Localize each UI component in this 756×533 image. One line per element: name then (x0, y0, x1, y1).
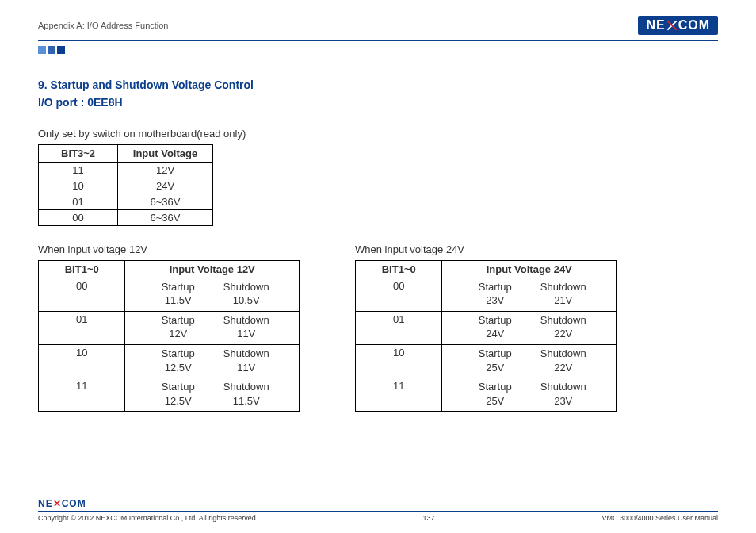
table-row: 10 StartupShutdown 12.5V11V (39, 344, 300, 378)
t1-head-bit: BIT3~2 (39, 144, 118, 162)
table-row: 00 StartupShutdown 11.5V10.5V (39, 278, 300, 311)
section-title-line2: I/O port : 0EE8H (38, 94, 718, 111)
table-12v: BIT1~0 Input Voltage 12V 00 StartupShutd… (38, 260, 300, 412)
t12-head-bit: BIT1~0 (39, 260, 125, 278)
logo-x-icon (666, 20, 678, 31)
caption-24v: When input voltage 24V (355, 243, 617, 255)
t12-head-voltage: Input Voltage 12V (125, 260, 300, 278)
manual-name: VMC 3000/4000 Series User Manual (601, 514, 718, 522)
brand-logo: NECOM (638, 16, 718, 35)
table-row: 016~36V (39, 194, 213, 209)
page-number: 137 (423, 514, 435, 522)
page-content: 9. Startup and Shutdown Voltage Control … (38, 76, 718, 412)
footer-rule (38, 511, 718, 512)
appendix-title: Appendix A: I/O Address Function (38, 21, 168, 30)
table-row: 01 StartupShutdown 12V11V (39, 311, 300, 344)
table-row: 01 StartupShutdown 24V22V (356, 311, 617, 344)
t24-head-voltage: Input Voltage 24V (442, 260, 617, 278)
readonly-note: Only set by switch on motherboard(read o… (38, 128, 718, 140)
table-row: 00 StartupShutdown 23V21V (356, 278, 617, 311)
column-12v: When input voltage 12V BIT1~0 Input Volt… (38, 243, 300, 412)
t24-head-bit: BIT1~0 (356, 260, 442, 278)
page-footer: NE✕COM Copyright © 2012 NEXCOM Internati… (38, 498, 718, 522)
section-title-line1: 9. Startup and Shutdown Voltage Control (38, 76, 718, 94)
table-row: 10 StartupShutdown 25V22V (356, 344, 617, 378)
column-24v: When input voltage 24V BIT1~0 Input Volt… (355, 243, 617, 412)
table-row: 1112V (39, 162, 213, 178)
header-rule (38, 40, 718, 41)
t1-head-voltage: Input Voltage (118, 144, 213, 162)
page-header: Appendix A: I/O Address Function NECOM (38, 14, 718, 36)
caption-12v: When input voltage 12V (38, 243, 300, 255)
decorative-squares (38, 46, 718, 54)
table-row: 1024V (39, 178, 213, 194)
copyright-text: Copyright © 2012 NEXCOM International Co… (38, 514, 256, 522)
footer-brand: NE✕COM (38, 498, 718, 509)
voltage-columns: When input voltage 12V BIT1~0 Input Volt… (38, 243, 718, 412)
table-24v: BIT1~0 Input Voltage 24V 00 StartupShutd… (355, 260, 617, 412)
table-row: 11 StartupShutdown 12.5V11.5V (39, 378, 300, 412)
table-row: 11 StartupShutdown 25V23V (356, 378, 617, 412)
table-row: 006~36V (39, 209, 213, 225)
input-voltage-table: BIT3~2 Input Voltage 1112V 1024V 016~36V… (38, 144, 213, 226)
